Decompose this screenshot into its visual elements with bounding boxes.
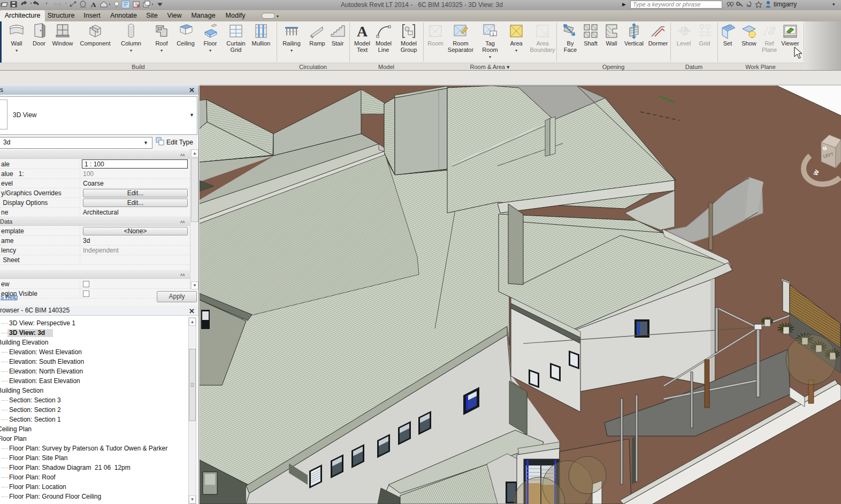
svg-text:timgarry: timgarry bbox=[774, 1, 797, 8]
svg-text:-1: -1 bbox=[679, 26, 683, 30]
svg-text:A: A bbox=[91, 1, 96, 9]
svg-text:A: A bbox=[357, 23, 368, 40]
svg-text:1: 1 bbox=[492, 32, 495, 36]
